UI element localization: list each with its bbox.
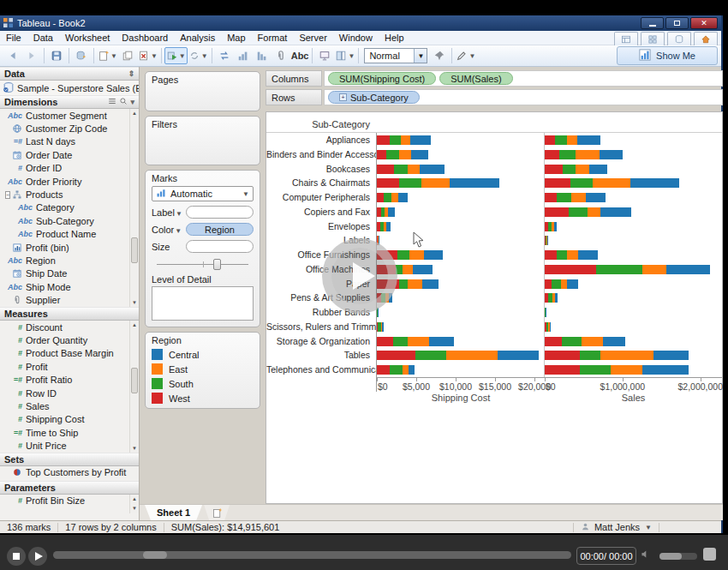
column-pill[interactable]: SUM(Sales)	[439, 72, 512, 85]
bar-segment-west[interactable]	[377, 351, 415, 360]
scroll-up-icon[interactable]: ▲	[130, 109, 139, 117]
pane-arrows-icon[interactable]: ⇕	[128, 69, 134, 78]
dim-field[interactable]: AbcOrder Priority	[0, 175, 139, 188]
swap-rows-columns-button[interactable]	[215, 47, 234, 64]
undo-button[interactable]	[3, 47, 22, 64]
row-label[interactable]: Storage & Organization	[266, 334, 377, 349]
bar-segment-central[interactable]	[420, 165, 445, 174]
bar-segment-central[interactable]	[429, 337, 454, 346]
menu-item-window[interactable]: Window	[333, 32, 379, 44]
slider-handle[interactable]	[213, 259, 221, 270]
meas-field[interactable]: #Order Quantity	[0, 333, 139, 346]
columns-shelf-area[interactable]: SUM(Shipping Cost)SUM(Sales)	[324, 70, 723, 87]
bar-segment-central[interactable]	[630, 178, 678, 188]
bar-segment-south[interactable]	[399, 279, 408, 289]
pages-shelf[interactable]: Pages	[145, 71, 260, 111]
size-shelf[interactable]	[186, 240, 254, 253]
bar-segment-east[interactable]	[401, 135, 410, 145]
bar-segment-central[interactable]	[642, 365, 689, 375]
worksheet-view-tab[interactable]	[614, 32, 638, 45]
meas-field[interactable]: #Product Base Margin	[0, 347, 139, 360]
bar-segment-west[interactable]	[377, 365, 390, 375]
bar-segment-east[interactable]	[571, 193, 586, 202]
bar-segment-central[interactable]	[424, 250, 443, 260]
presentation-mode-button[interactable]	[315, 47, 334, 64]
scroll-up-icon[interactable]: ▲	[130, 495, 139, 503]
label-button[interactable]: Label▼	[152, 207, 183, 218]
bar-segment-south[interactable]	[415, 351, 447, 360]
data-source-tab[interactable]	[667, 32, 691, 45]
dim-field[interactable]: #Order ID	[0, 162, 139, 175]
axis-title[interactable]: Shipping Cost	[377, 392, 545, 403]
volume-muted-icon[interactable]	[640, 549, 651, 561]
meas-field[interactable]: =#Profit Ratio	[0, 373, 139, 386]
bar-segment-east[interactable]	[408, 165, 420, 174]
bar-segment-west[interactable]	[545, 178, 570, 188]
user-menu[interactable]: Matt Jenks ▼	[574, 522, 659, 533]
bar-segment-east[interactable]	[399, 150, 411, 159]
bar-segment-central[interactable]	[589, 165, 607, 174]
level-of-detail-shelf[interactable]	[152, 286, 254, 321]
data-connection[interactable]: Sample - Superstore Sales (Ex...	[0, 81, 139, 95]
bar-segment-west[interactable]	[545, 279, 552, 289]
bar-segment-west[interactable]	[545, 365, 580, 375]
meas-field[interactable]: #Discount	[0, 321, 139, 333]
row-label[interactable]: Computer Peripherals	[266, 190, 377, 205]
menu-item-file[interactable]: File	[0, 32, 27, 44]
meas-field[interactable]: =#Time to Ship	[0, 426, 139, 439]
dim-field[interactable]: AbcCustomer Segment	[0, 109, 139, 122]
bar-segment-central[interactable]	[411, 150, 428, 159]
bar-segment-east[interactable]	[408, 337, 429, 346]
measures-scrollbar[interactable]: ▲ ▼	[129, 321, 139, 453]
video-play-overlay[interactable]	[322, 238, 397, 314]
scroll-down-icon[interactable]: ▼	[130, 444, 139, 453]
row-label[interactable]: Envelopes	[266, 219, 377, 234]
bar-segment-central[interactable]	[450, 178, 498, 188]
bar-segment-west[interactable]	[545, 150, 559, 159]
bar-segment-east[interactable]	[576, 150, 600, 159]
bar-segment-west[interactable]	[545, 351, 580, 360]
bar-segment-east[interactable]	[391, 193, 398, 202]
legend-item-south[interactable]: South	[152, 376, 254, 391]
bar-segment-central[interactable]	[410, 135, 431, 145]
highlight-button[interactable]: ▼	[455, 47, 476, 64]
bar-segment-south[interactable]	[555, 135, 566, 145]
legend-item-central[interactable]: Central	[152, 347, 254, 362]
row-label[interactable]: Copiers and Fax	[266, 205, 377, 219]
bar-segment-south[interactable]	[580, 365, 610, 375]
color-button[interactable]: Color▼	[152, 225, 183, 235]
dim-field[interactable]: Order Date	[0, 148, 139, 161]
bar-segment-south[interactable]	[559, 150, 576, 159]
save-button[interactable]	[47, 47, 66, 64]
bar-segment-central[interactable]	[498, 351, 539, 360]
chevron-down-icon[interactable]: ▼	[414, 49, 427, 63]
menu-item-help[interactable]: Help	[379, 32, 410, 44]
menu-item-server[interactable]: Server	[293, 32, 332, 44]
menu-item-analysis[interactable]: Analysis	[174, 32, 221, 44]
bar-segment-central[interactable]	[409, 365, 415, 375]
video-progress-bar[interactable]	[53, 551, 571, 559]
bar-segment-south[interactable]	[397, 250, 409, 260]
redo-button[interactable]	[22, 47, 41, 64]
bar-segment-central[interactable]	[388, 207, 394, 217]
close-button[interactable]: ✕	[690, 17, 718, 29]
bar-segment-south[interactable]	[569, 207, 588, 217]
start-page-tab[interactable]	[694, 32, 718, 45]
dim-field[interactable]: AbcShip Mode	[0, 280, 139, 293]
menu-item-format[interactable]: Format	[252, 32, 294, 44]
menu-item-worksheet[interactable]: Worksheet	[59, 32, 116, 44]
bar-segment-central[interactable]	[600, 150, 623, 159]
bar-segment-central[interactable]	[398, 193, 409, 202]
bar-segment-west[interactable]	[377, 165, 394, 174]
bar-segment-west[interactable]	[545, 135, 555, 145]
bar-segment-west[interactable]	[377, 135, 390, 145]
bar-segment-south[interactable]	[390, 365, 403, 375]
row-label[interactable]: Scissors, Rulers and Trimme..	[266, 320, 377, 334]
parameters-scrollbar[interactable]: ▲ ▼	[129, 495, 139, 513]
expand-icon[interactable]: +	[339, 93, 347, 101]
legend-item-west[interactable]: West	[152, 391, 254, 405]
meas-field[interactable]: #Profit Bin Size	[0, 495, 139, 507]
scroll-down-icon[interactable]: ▼	[130, 504, 139, 513]
duplicate-sheet-button[interactable]	[118, 47, 137, 64]
bar-segment-west[interactable]	[545, 337, 562, 346]
